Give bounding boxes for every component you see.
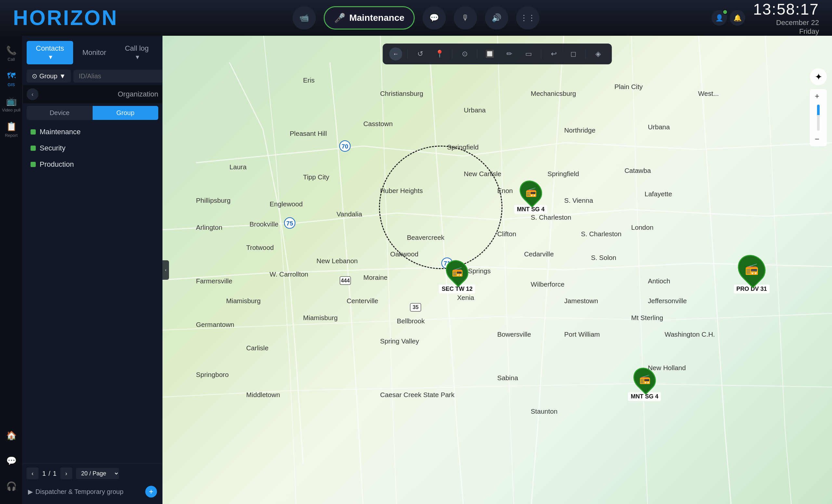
nav-item-chat[interactable]: 💬 [2, 449, 21, 472]
sidebar: Contacts ▼ Monitor Call log ▼ ⊙ Group ▼ … [23, 36, 162, 504]
tab-calllog-label: Call log [125, 44, 149, 52]
svg-text:Tipp City: Tipp City [303, 173, 330, 181]
nav-item-gis[interactable]: 🗺 GIS [2, 68, 21, 90]
toolbar-undo-button[interactable]: ↩ [547, 47, 561, 61]
nav-item-call[interactable]: 📞 Call [2, 42, 21, 65]
svg-text:75: 75 [286, 220, 293, 227]
walkie-talkie-icon: 📻 [745, 262, 758, 275]
group-filter-label: Group [39, 73, 57, 80]
svg-text:Xenia: Xenia [457, 294, 474, 301]
map-toolbar: ← ↺ 📍 ⊙ 🔲 ✏ ▭ ↩ [383, 44, 612, 64]
refresh-icon: ↺ [417, 50, 423, 58]
svg-text:Sabina: Sabina [497, 374, 518, 381]
nav-item-videopull[interactable]: 📺 Video pull [2, 93, 21, 116]
toolbar-target-button[interactable]: ◈ [591, 47, 605, 61]
svg-text:Miamisburg: Miamisburg [226, 297, 261, 305]
pin-icon: 📍 [435, 50, 444, 58]
mic-button[interactable]: 🎙 [454, 6, 477, 30]
svg-text:New Lebanon: New Lebanon [316, 257, 358, 265]
grid-button[interactable]: ⋮⋮ [516, 6, 540, 30]
next-page-button[interactable]: › [60, 468, 72, 479]
toolbar-back-button[interactable]: ← [389, 48, 402, 60]
svg-text:Oakwood: Oakwood [390, 250, 418, 258]
marker-pin: 📻 [732, 249, 771, 288]
speaker-button[interactable]: 🔊 [485, 6, 508, 30]
report-icon: 📋 [6, 122, 17, 132]
toolbar-square-button[interactable]: ◻ [566, 47, 580, 61]
add-dispatcher-button[interactable]: + [145, 486, 157, 498]
group-filter-button[interactable]: ⊙ Group ▼ [27, 70, 71, 83]
walkie-talkie-icon: 📻 [525, 186, 536, 197]
target-icon: ◈ [595, 50, 601, 58]
toolbar-pin-button[interactable]: 📍 [433, 47, 447, 61]
video-icon: 📹 [299, 13, 309, 22]
svg-text:S. Solon: S. Solon [591, 254, 616, 261]
nav-label-call: Call [7, 57, 15, 62]
svg-text:Christiansburg: Christiansburg [380, 90, 423, 97]
page-size-select[interactable]: 20 / Page 50 / Page 100 / Page [76, 468, 119, 479]
video-button[interactable]: 📹 [292, 6, 316, 30]
tab-monitor[interactable]: Monitor [74, 41, 114, 64]
tab-group-label: Group [116, 109, 134, 116]
sidebar-footer: ‹ 1 / 1 › 20 / Page 50 / Page 100 / Page… [23, 463, 162, 504]
tab-calllog[interactable]: Call log ▼ [115, 41, 158, 64]
sidebar-search-area: ⊙ Group ▼ 🔍 [23, 67, 162, 85]
svg-text:Arlington: Arlington [196, 223, 222, 231]
prev-page-button[interactable]: ‹ [27, 468, 38, 479]
nav-item-home[interactable]: 🏠 [2, 424, 21, 447]
list-item[interactable]: Security [23, 140, 162, 156]
toolbar-refresh-button[interactable]: ↺ [413, 47, 427, 61]
nav-label-videopull: Video pull [2, 108, 21, 112]
total-pages: 1 [53, 470, 56, 477]
group-color-security [30, 145, 36, 151]
zoom-out-button[interactable]: − [810, 132, 824, 146]
toolbar-draw-button[interactable]: ✏ [502, 47, 516, 61]
svg-text:Lafayette: Lafayette [645, 190, 672, 197]
search-input[interactable] [74, 70, 166, 83]
nav-item-report[interactable]: 📋 Report [2, 118, 21, 141]
active-channel-button[interactable]: 🎤 Maintenance [324, 6, 415, 30]
marker-mnt-sg4-top[interactable]: 📻 MNT SG 4 [514, 180, 547, 214]
dispatcher-label[interactable]: ▶ Dispatcher & Temporary group [28, 488, 124, 496]
toolbar-circle-button[interactable]: ⊙ [458, 47, 472, 61]
svg-text:Bowersville: Bowersville [497, 331, 531, 338]
list-item[interactable]: Production [23, 156, 162, 173]
svg-text:Spring Valley: Spring Valley [380, 337, 419, 345]
map-area[interactable]: 70 75 71 Eris Christiansburg Urbana Mech… [162, 36, 832, 504]
compass-button[interactable]: ✦ [810, 68, 827, 85]
marker-pin: 📻 [441, 256, 473, 287]
list-item[interactable]: Maintenance [23, 124, 162, 140]
back-icon: ← [393, 51, 399, 57]
minus-icon: − [815, 135, 819, 143]
plus-icon: + [815, 91, 819, 101]
marker-pro-dv31[interactable]: 📻 PRO DV 31 [734, 254, 770, 293]
svg-text:Springfield: Springfield [548, 170, 579, 178]
chat-nav-icon: 💬 [6, 456, 17, 466]
videopull-icon: 📺 [6, 96, 17, 106]
svg-text:Laura: Laura [230, 163, 247, 171]
mic2-icon: 🎙 [462, 13, 469, 22]
top-center-controls: 📹 🎤 Maintenance 💬 🎙 🔊 ⋮⋮ [292, 6, 540, 30]
tab-device[interactable]: Device [27, 106, 93, 120]
sidebar-tabs: Contacts ▼ Monitor Call log ▼ [23, 36, 162, 67]
org-header: ‹ Organization [23, 85, 162, 103]
chat-button[interactable]: 💬 [422, 6, 446, 30]
svg-text:Mechanicsburg: Mechanicsburg [531, 90, 576, 97]
tab-device-label: Device [50, 109, 70, 116]
top-bar: HORIZON 📹 🎤 Maintenance 💬 🎙 🔊 ⋮⋮ 👤 🔔 [0, 0, 832, 36]
marker-sec-tw12[interactable]: 📻 SEC TW 12 [439, 259, 475, 293]
svg-text:Enon: Enon [497, 187, 513, 194]
tab-contacts[interactable]: Contacts ▼ [27, 41, 73, 64]
tab-group[interactable]: Group [93, 106, 159, 120]
chat-icon: 💬 [429, 13, 439, 22]
collapse-button[interactable]: ‹ [27, 88, 38, 100]
nav-item-support[interactable]: 🎧 [2, 475, 21, 498]
group-color-maintenance [30, 129, 36, 135]
svg-text:Eris: Eris [303, 76, 315, 84]
svg-text:Trotwood: Trotwood [246, 244, 274, 251]
zoom-in-button[interactable]: + [810, 89, 824, 103]
panel-toggle-button[interactable]: ‹ [162, 260, 169, 280]
toolbar-layers-button[interactable]: 🔲 [483, 47, 497, 61]
marker-mnt-sg4-bottom[interactable]: 📻 MNT SG 4 [628, 367, 661, 401]
toolbar-rect-button[interactable]: ▭ [522, 47, 536, 61]
